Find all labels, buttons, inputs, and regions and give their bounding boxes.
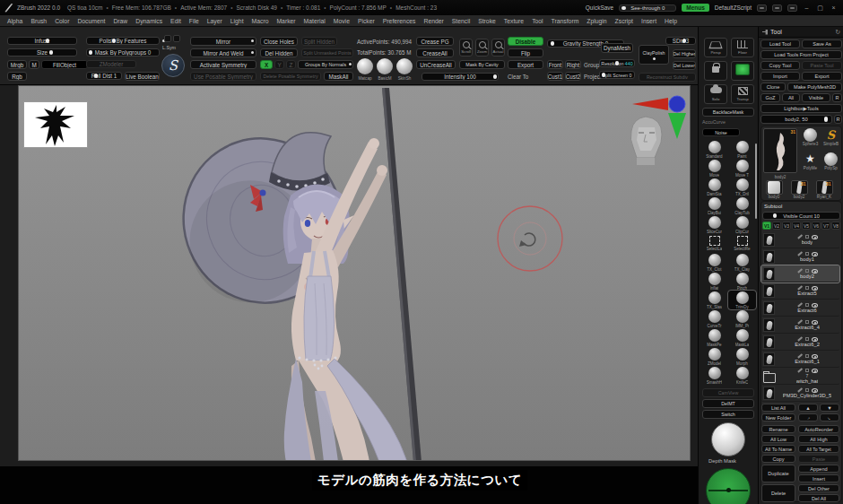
brush-TX_Clay[interactable]: TX_Clay (728, 253, 756, 272)
menu-brush[interactable]: Brush (30, 18, 47, 24)
subtool-tab-V7[interactable]: V7 (821, 222, 830, 230)
export-tool-button[interactable]: Export (802, 72, 842, 81)
copy-tool-button[interactable]: Copy Tool (760, 61, 800, 70)
sym-mini-icon-2[interactable] (173, 35, 180, 42)
paint-icon[interactable] (797, 336, 803, 341)
tool-quick-PolySp[interactable]: PolySp (821, 152, 841, 177)
axis-gizmo[interactable] (625, 89, 691, 143)
noise-button[interactable]: Noise (702, 128, 740, 136)
paint-icon[interactable] (797, 353, 803, 358)
make-polymesh3d-button[interactable]: Make PolyMesh3D (787, 83, 842, 91)
resolution-slider[interactable]: Resolution 440 (599, 59, 635, 67)
quicksave-button[interactable]: QuickSave (586, 4, 613, 11)
groups-normals-dot[interactable] (349, 63, 352, 65)
infuse-slider[interactable]: Infuse (7, 37, 77, 45)
mirror-and-weld-button[interactable]: Mirror And Weld (190, 48, 256, 57)
brush-KnifeC[interactable]: KnifeC (728, 366, 756, 385)
brush-Standard[interactable]: Standard (700, 140, 728, 159)
visibility-eye-icon[interactable] (812, 303, 818, 308)
sdiv-slider[interactable]: SDiv 3 (665, 37, 696, 45)
menu-insert[interactable]: Insert (641, 18, 656, 24)
del-lower-button[interactable]: Del Lower (673, 61, 696, 70)
menu-preferences[interactable]: Preferences (383, 18, 416, 24)
subtool-row-witch_hat[interactable]: 7witch_hat (761, 368, 839, 385)
persp-button[interactable]: Persp (704, 38, 727, 57)
brush-scrollbar[interactable] (755, 143, 757, 219)
mrgb-button[interactable]: Mrgb (7, 60, 27, 69)
material-skinshade-sphere[interactable] (396, 58, 413, 74)
subtool-row-Extract5[interactable]: Extract5 (761, 282, 839, 300)
visibility-eye-icon[interactable] (812, 286, 818, 291)
cust1-button[interactable]: Cust1 (547, 72, 563, 81)
dynamesh-button[interactable]: DynaMesh (601, 43, 633, 53)
see-through-slider[interactable]: See-through 0 (619, 4, 676, 12)
goz-visible-button[interactable]: Visible (802, 93, 830, 102)
polyframe-icon[interactable] (805, 354, 809, 358)
floor-button[interactable]: Floor (731, 38, 754, 57)
menu-document[interactable]: Document (77, 18, 105, 24)
subtool-row-Extract6_2[interactable]: Extract6_2 (761, 334, 839, 351)
symmetry-z-button[interactable]: Z (286, 60, 296, 69)
all-to-name-button[interactable]: All To Name (761, 445, 795, 453)
subtool-tab-V4[interactable]: V4 (792, 222, 801, 230)
del-other-button[interactable]: Del Other (798, 484, 839, 492)
close-button[interactable]: × (830, 4, 838, 11)
sym-mini-icon-1[interactable] (164, 35, 171, 42)
visibility-eye-icon[interactable] (812, 354, 818, 359)
subtool-row-body1[interactable]: body1 (761, 248, 839, 265)
paint-icon[interactable] (797, 251, 803, 256)
paint-icon[interactable] (797, 268, 803, 273)
visibility-eye-icon[interactable] (812, 369, 818, 373)
tool-quick-Sphere3[interactable]: Sphere3 (800, 128, 821, 152)
menu-macro[interactable]: Macro (252, 18, 269, 24)
brush-IMM_Pr[interactable]: IMM_Pr (728, 309, 756, 328)
menu-draw[interactable]: Draw (113, 18, 127, 24)
menu-stencil[interactable]: Stencil (452, 18, 470, 24)
brush-DamSta[interactable]: DamSta (700, 178, 728, 196)
subtool-title[interactable]: Subtool (764, 204, 782, 209)
current-tool-thumbnail[interactable]: 31 (763, 128, 797, 173)
delete-posable-symmetry-button[interactable]: Delete Posable Symmetry (260, 72, 321, 81)
all-low-button[interactable]: All Low (761, 435, 795, 443)
menu-marker[interactable]: Marker (276, 18, 295, 24)
infuse-handle[interactable] (46, 39, 49, 43)
maskall-button[interactable]: MaskAll (324, 72, 353, 81)
brush-TX_Dril[interactable]: TX_Dril (728, 178, 756, 196)
accucurve-label[interactable]: AccuCurve (702, 119, 726, 125)
menu-dynamics[interactable]: Dynamics (135, 18, 162, 24)
split-screen-handle[interactable] (602, 73, 605, 77)
hand-icon[interactable] (772, 4, 782, 12)
brush-Inflat[interactable]: Inflat (700, 272, 728, 291)
brush-ClayBui[interactable]: ClayBui (700, 196, 728, 215)
actual-tool-button[interactable]: Actual (491, 39, 505, 56)
visibility-eye-icon[interactable] (812, 252, 818, 256)
subtool-row-Extract6_4[interactable]: Extract6_4 (761, 317, 839, 334)
visibility-eye-icon[interactable] (812, 269, 818, 274)
move-up-button[interactable]: ▲ (798, 404, 818, 412)
tool-r-button[interactable]: R (834, 115, 842, 124)
front-button[interactable]: Front (547, 60, 563, 69)
list-all-button[interactable]: List All (761, 404, 795, 412)
mirror-weld-dot[interactable] (251, 51, 254, 54)
intensity-slider[interactable]: Intensity 100 (422, 73, 499, 81)
pointer-icon[interactable] (757, 4, 767, 12)
scroll-tool-button[interactable]: Scroll (459, 39, 473, 56)
brush-TX_Clot[interactable]: TX_Clot (700, 253, 728, 272)
visible-count-handle[interactable] (773, 213, 777, 218)
brush-SmashH[interactable]: SmashH (700, 366, 728, 385)
claypolish-button[interactable]: ClayPolish (639, 45, 669, 65)
del-higher-button[interactable]: Del Higher (673, 49, 696, 58)
polyframe-icon[interactable] (805, 337, 809, 341)
polish-handle[interactable] (112, 39, 116, 43)
subtool-tab-V1[interactable]: V1 (762, 222, 771, 230)
mirror-button[interactable]: Mirror (190, 37, 256, 46)
polish-by-features-slider[interactable]: Polish By Features (86, 37, 160, 45)
close-holes-button[interactable]: Close Holes (260, 37, 298, 46)
menu-zscript[interactable]: Zscript (615, 18, 633, 24)
symmetry-y-button[interactable]: Y (274, 60, 284, 69)
delete-button[interactable]: Delete (761, 484, 795, 502)
menus-toggle[interactable]: Menus (682, 4, 709, 12)
polyframe-icon[interactable] (805, 269, 809, 273)
menu-movie[interactable]: Movie (334, 18, 350, 24)
append-button[interactable]: Append (798, 465, 839, 473)
